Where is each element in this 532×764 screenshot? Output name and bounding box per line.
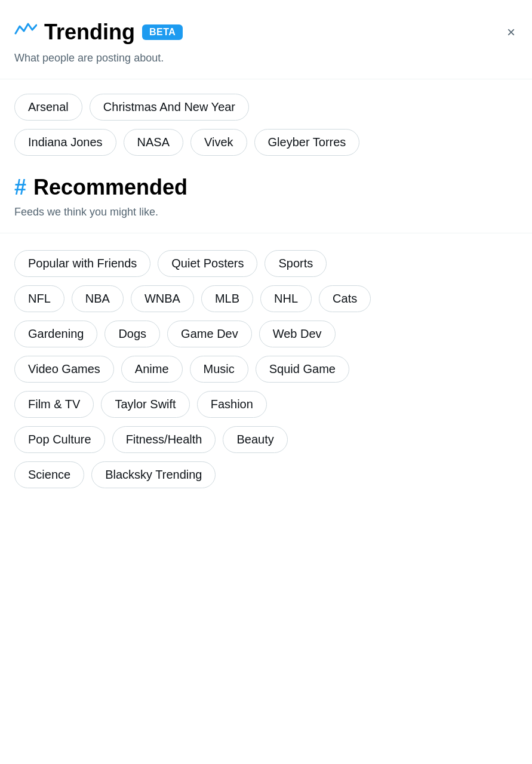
- feed-sports[interactable]: Sports: [265, 250, 327, 277]
- page-container: Trending BETA × What people are posting …: [0, 0, 532, 512]
- feed-game-dev[interactable]: Game Dev: [167, 321, 252, 347]
- feed-quiet-posters[interactable]: Quiet Posters: [158, 250, 257, 277]
- feeds-row-3: Gardening Dogs Game Dev Web Dev: [14, 321, 518, 347]
- tag-indiana-jones[interactable]: Indiana Jones: [14, 129, 116, 156]
- trending-title: Trending: [44, 20, 135, 45]
- feed-gardening[interactable]: Gardening: [14, 321, 97, 347]
- recommended-header: # Recommended: [14, 175, 518, 200]
- feed-anime[interactable]: Anime: [121, 356, 183, 383]
- trending-row-2: Indiana Jones NASA Vivek Gleyber Torres: [14, 129, 518, 156]
- trending-divider: [0, 79, 532, 79]
- recommended-title: Recommended: [33, 175, 187, 200]
- beta-badge: BETA: [142, 24, 183, 40]
- trending-wave-icon: [14, 19, 37, 45]
- feed-mlb[interactable]: MLB: [201, 285, 253, 312]
- feed-fashion[interactable]: Fashion: [197, 391, 267, 418]
- feed-nhl[interactable]: NHL: [260, 285, 312, 312]
- close-button[interactable]: ×: [505, 21, 518, 43]
- recommended-section: # Recommended Feeds we think you might l…: [14, 175, 518, 488]
- recommended-subtitle: Feeds we think you might like.: [14, 206, 518, 218]
- feeds-row-7: Science Blacksky Trending: [14, 461, 518, 488]
- feed-nfl[interactable]: NFL: [14, 285, 64, 312]
- tag-nasa[interactable]: NASA: [124, 129, 183, 156]
- feed-squid-game[interactable]: Squid Game: [256, 356, 349, 383]
- tag-christmas-new-year[interactable]: Christmas And New Year: [90, 94, 249, 121]
- feed-video-games[interactable]: Video Games: [14, 356, 114, 383]
- feed-wnba[interactable]: WNBA: [131, 285, 194, 312]
- feed-cats[interactable]: Cats: [319, 285, 371, 312]
- feed-film-tv[interactable]: Film & TV: [14, 391, 94, 418]
- recommended-divider: [0, 233, 532, 233]
- trending-subtitle: What people are posting about.: [14, 52, 518, 64]
- feed-beauty[interactable]: Beauty: [223, 426, 287, 453]
- feed-science[interactable]: Science: [14, 461, 84, 488]
- tag-gleyber-torres[interactable]: Gleyber Torres: [254, 129, 360, 156]
- feed-pop-culture[interactable]: Pop Culture: [14, 426, 105, 453]
- feed-popular-with-friends[interactable]: Popular with Friends: [14, 250, 150, 277]
- hash-icon: #: [14, 177, 26, 198]
- feeds-section: Popular with Friends Quiet Posters Sport…: [14, 250, 518, 488]
- feed-nba[interactable]: NBA: [72, 285, 124, 312]
- feed-web-dev[interactable]: Web Dev: [259, 321, 336, 347]
- trending-row-1: Arsenal Christmas And New Year: [14, 94, 518, 121]
- feeds-row-1: Popular with Friends Quiet Posters Sport…: [14, 250, 518, 277]
- feed-taylor-swift[interactable]: Taylor Swift: [101, 391, 189, 418]
- header: Trending BETA ×: [14, 19, 518, 45]
- feed-blacksky-trending[interactable]: Blacksky Trending: [91, 461, 216, 488]
- tag-vivek[interactable]: Vivek: [190, 129, 247, 156]
- feeds-row-4: Video Games Anime Music Squid Game: [14, 356, 518, 383]
- feed-fitness-health[interactable]: Fitness/Health: [112, 426, 216, 453]
- feeds-row-2: NFL NBA WNBA MLB NHL Cats: [14, 285, 518, 312]
- feed-music[interactable]: Music: [190, 356, 248, 383]
- tag-arsenal[interactable]: Arsenal: [14, 94, 82, 121]
- feed-dogs[interactable]: Dogs: [104, 321, 160, 347]
- header-left: Trending BETA: [14, 19, 183, 45]
- trending-tags-section: Arsenal Christmas And New Year Indiana J…: [14, 94, 518, 156]
- feeds-row-6: Pop Culture Fitness/Health Beauty: [14, 426, 518, 453]
- feeds-row-5: Film & TV Taylor Swift Fashion: [14, 391, 518, 418]
